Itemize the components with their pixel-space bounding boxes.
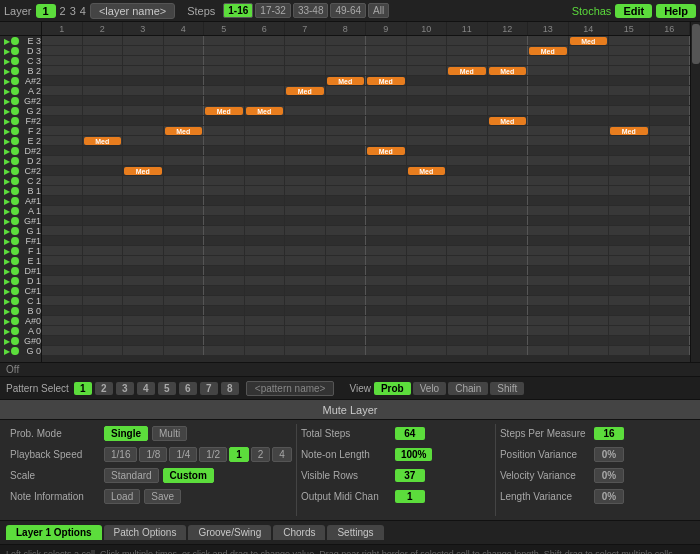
grid-cell-22-7[interactable] (326, 256, 367, 265)
grid-cell-1-12[interactable]: Med (528, 46, 569, 55)
grid-cell-1-13[interactable] (569, 46, 610, 55)
grid-cell-24-13[interactable] (569, 276, 610, 285)
grid-cell-26-10[interactable] (447, 296, 488, 305)
grid-cell-18-10[interactable] (447, 216, 488, 225)
grid-cell-2-1[interactable] (83, 56, 124, 65)
grid-cell-13-6[interactable] (285, 166, 326, 175)
note-cell-5-6[interactable]: Med (286, 87, 324, 95)
grid-cell-24-15[interactable] (650, 276, 691, 285)
grid-cell-9-14[interactable]: Med (609, 126, 650, 135)
grid-cell-30-12[interactable] (528, 336, 569, 345)
grid-cell-30-11[interactable] (488, 336, 529, 345)
grid-cell-8-14[interactable] (609, 116, 650, 125)
grid-cell-26-11[interactable] (488, 296, 529, 305)
grid-cell-29-0[interactable] (42, 326, 83, 335)
prob-mode-multi[interactable]: Multi (152, 426, 187, 441)
grid-cell-15-14[interactable] (609, 186, 650, 195)
grid-cell-2-13[interactable] (569, 56, 610, 65)
grid-cell-4-0[interactable] (42, 76, 83, 85)
grid-cell-9-5[interactable] (245, 126, 286, 135)
grid-cell-17-13[interactable] (569, 206, 610, 215)
grid-cell-0-13[interactable]: Med (569, 36, 610, 45)
grid-cell-9-2[interactable] (123, 126, 164, 135)
grid-cell-1-1[interactable] (83, 46, 124, 55)
grid-cell-12-13[interactable] (569, 156, 610, 165)
grid-cell-19-12[interactable] (528, 226, 569, 235)
grid-cell-23-9[interactable] (407, 266, 448, 275)
grid-cell-23-8[interactable] (366, 266, 407, 275)
note-btn-0[interactable] (11, 37, 18, 45)
grid-cell-25-15[interactable] (650, 286, 691, 295)
grid-cell-19-1[interactable] (83, 226, 124, 235)
grid-cell-5-3[interactable] (164, 86, 205, 95)
grid-cell-9-13[interactable] (569, 126, 610, 135)
note-cell-13-2[interactable]: Med (124, 167, 162, 175)
grid-cell-9-3[interactable]: Med (164, 126, 205, 135)
grid-cell-22-12[interactable] (528, 256, 569, 265)
grid-cell-21-5[interactable] (245, 246, 286, 255)
grid-cell-31-15[interactable] (650, 346, 691, 355)
grid-cell-12-3[interactable] (164, 156, 205, 165)
grid-cell-8-11[interactable]: Med (488, 116, 529, 125)
grid-cell-15-10[interactable] (447, 186, 488, 195)
grid-cell-2-12[interactable] (528, 56, 569, 65)
grid-cell-28-12[interactable] (528, 316, 569, 325)
grid-cell-20-11[interactable] (488, 236, 529, 245)
grid-cell-3-10[interactable]: Med (447, 66, 488, 75)
grid-cell-6-2[interactable] (123, 96, 164, 105)
grid-cell-0-2[interactable] (123, 36, 164, 45)
grid-cell-4-4[interactable] (204, 76, 245, 85)
grid-cell-20-15[interactable] (650, 236, 691, 245)
grid-cell-19-9[interactable] (407, 226, 448, 235)
note-arrow-20[interactable]: ▶ (2, 237, 11, 246)
note-btn-21[interactable] (11, 247, 18, 255)
grid-cell-21-11[interactable] (488, 246, 529, 255)
note-cell-9-3[interactable]: Med (165, 127, 203, 135)
grid-cell-28-3[interactable] (164, 316, 205, 325)
grid-row-27[interactable] (42, 306, 690, 316)
grid-cell-27-12[interactable] (528, 306, 569, 315)
grid-row-10[interactable]: Med (42, 136, 690, 146)
note-btn-14[interactable] (11, 177, 18, 185)
grid-cell-3-4[interactable] (204, 66, 245, 75)
note-on-length-value[interactable]: 100% (395, 448, 433, 461)
step-range-all[interactable]: All (368, 3, 389, 18)
note-arrow-23[interactable]: ▶ (2, 267, 11, 276)
note-arrow-29[interactable]: ▶ (2, 327, 11, 336)
grid-cell-18-12[interactable] (528, 216, 569, 225)
grid-cell-24-2[interactable] (123, 276, 164, 285)
grid-cell-23-12[interactable] (528, 266, 569, 275)
grid-cell-5-6[interactable]: Med (285, 86, 326, 95)
grid-cell-21-12[interactable] (528, 246, 569, 255)
view-tab-prob[interactable]: Prob (374, 382, 411, 395)
grid-cell-2-2[interactable] (123, 56, 164, 65)
grid-cell-26-4[interactable] (204, 296, 245, 305)
grid-cell-0-7[interactable] (326, 36, 367, 45)
grid-cell-27-9[interactable] (407, 306, 448, 315)
grid-cell-15-9[interactable] (407, 186, 448, 195)
grid-cell-12-0[interactable] (42, 156, 83, 165)
grid-cell-16-8[interactable] (366, 196, 407, 205)
grid-cell-25-7[interactable] (326, 286, 367, 295)
grid-cell-30-10[interactable] (447, 336, 488, 345)
grid-cell-12-8[interactable] (366, 156, 407, 165)
note-btn-24[interactable] (11, 277, 18, 285)
grid-cell-11-11[interactable] (488, 146, 529, 155)
note-arrow-2[interactable]: ▶ (2, 57, 11, 66)
grid-cell-18-5[interactable] (245, 216, 286, 225)
grid-row-19[interactable] (42, 226, 690, 236)
grid-cell-31-12[interactable] (528, 346, 569, 355)
grid-cell-3-7[interactable] (326, 66, 367, 75)
grid-cell-5-0[interactable] (42, 86, 83, 95)
grid-cell-21-4[interactable] (204, 246, 245, 255)
grid-cell-27-10[interactable] (447, 306, 488, 315)
view-tab-shift[interactable]: Shift (490, 382, 524, 395)
grid-row-4[interactable]: MedMed (42, 76, 690, 86)
grid-cell-9-15[interactable] (650, 126, 691, 135)
grid-cell-20-14[interactable] (609, 236, 650, 245)
note-btn-30[interactable] (11, 337, 18, 345)
grid-cell-19-11[interactable] (488, 226, 529, 235)
grid-cell-6-1[interactable] (83, 96, 124, 105)
grid-cell-5-12[interactable] (528, 86, 569, 95)
grid-cell-16-0[interactable] (42, 196, 83, 205)
